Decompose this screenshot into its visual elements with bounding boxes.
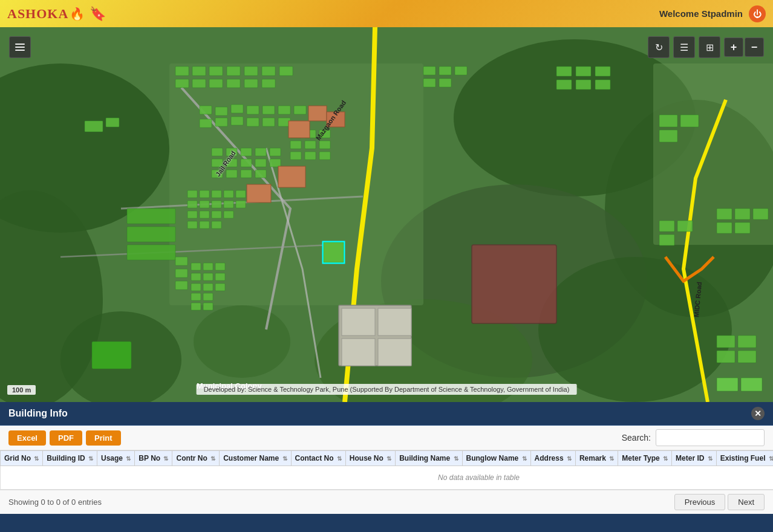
svg-rect-74	[127, 245, 175, 260]
column-header-remark[interactable]: Remark ⇅	[575, 451, 618, 466]
pdf-export-button[interactable]: PDF	[50, 430, 82, 446]
zoom-out-button[interactable]: −	[745, 37, 764, 57]
scale-text: 100 m	[12, 386, 31, 394]
svg-rect-129	[289, 121, 310, 138]
svg-rect-41	[231, 117, 243, 125]
svg-rect-96	[659, 221, 674, 232]
column-header-meter_type[interactable]: Meter Type ⇅	[618, 451, 672, 466]
svg-rect-73	[127, 227, 175, 242]
column-header-house_no[interactable]: House No ⇅	[345, 451, 395, 466]
svg-rect-28	[423, 79, 435, 87]
menu-button[interactable]: ☰	[673, 36, 695, 58]
svg-rect-62	[255, 170, 266, 178]
zoom-in-button[interactable]: +	[724, 37, 743, 57]
no-data-row: No data available in table	[1, 466, 774, 490]
svg-point-9	[194, 305, 290, 378]
svg-rect-20	[192, 79, 206, 88]
search-input[interactable]	[656, 429, 765, 446]
column-header-meter_id[interactable]: Meter ID ⇅	[672, 451, 717, 466]
svg-rect-33	[556, 80, 572, 89]
svg-rect-125	[175, 257, 188, 265]
svg-rect-139	[324, 242, 344, 262]
bookmark-icon[interactable]: 🔖	[90, 6, 106, 22]
svg-rect-77	[200, 190, 209, 198]
svg-rect-86	[188, 211, 197, 218]
data-table-wrapper[interactable]: Grid No ⇅Building ID ⇅Usage ⇅BP No ⇅Cont…	[0, 450, 773, 490]
search-area: Search:	[622, 429, 765, 446]
bottom-panel: Building Info ✕ Excel PDF Print Search: …	[0, 402, 773, 532]
layers-button[interactable]	[9, 36, 31, 58]
map-container[interactable]: Jail Road Mazgaon Road MIDC Road Municip…	[0, 27, 773, 402]
svg-rect-69	[290, 152, 301, 160]
svg-rect-35	[595, 80, 610, 89]
panel-header: Building Info ✕	[0, 402, 773, 426]
svg-rect-145	[15, 44, 25, 45]
svg-rect-23	[244, 79, 258, 88]
svg-rect-119	[191, 293, 201, 300]
column-header-bunglow_name[interactable]: Bunglow Name ⇅	[462, 451, 530, 466]
map-controls-top-right: ↻ ☰ ⊞ + −	[648, 36, 764, 58]
column-header-building_id[interactable]: Building ID ⇅	[43, 451, 97, 466]
power-button[interactable]: ⏻	[749, 5, 766, 22]
svg-rect-85	[236, 201, 246, 208]
column-header-existing_fuel[interactable]: Existing Fuel ⇅	[716, 451, 773, 466]
no-data-cell: No data available in table	[1, 466, 774, 490]
entries-info: Showing 0 to 0 of 0 entries	[8, 498, 102, 507]
panel-title: Building Info	[8, 408, 68, 419]
svg-rect-34	[576, 80, 591, 89]
column-header-contr_no[interactable]: Contr No ⇅	[172, 451, 220, 466]
pagination-controls: Previous Next	[674, 494, 765, 510]
svg-rect-71	[319, 152, 330, 160]
svg-rect-112	[215, 263, 225, 270]
refresh-button[interactable]: ↻	[648, 36, 670, 58]
svg-rect-95	[659, 130, 677, 142]
print-button[interactable]: Print	[86, 430, 121, 446]
header-left: ASHOKA 🔥 🔖	[7, 6, 106, 22]
svg-rect-67	[305, 141, 316, 149]
svg-rect-121	[191, 303, 201, 310]
map-canvas[interactable]: Jail Road Mazgaon Road MIDC Road Municip…	[0, 27, 773, 402]
svg-rect-107	[738, 351, 756, 363]
svg-rect-93	[659, 115, 677, 127]
svg-rect-105	[738, 336, 756, 348]
svg-rect-82	[200, 201, 209, 208]
close-panel-button[interactable]: ✕	[751, 407, 765, 420]
svg-rect-136	[342, 339, 375, 366]
column-header-address[interactable]: Address ⇅	[530, 451, 575, 466]
column-header-contact_no[interactable]: Contact No ⇅	[291, 451, 345, 466]
svg-rect-84	[224, 201, 233, 208]
svg-rect-29	[439, 79, 451, 87]
svg-rect-70	[305, 152, 316, 160]
previous-button[interactable]: Previous	[674, 494, 726, 510]
map-attribution: Developed by: Science & Technology Park,…	[197, 384, 577, 395]
next-button[interactable]: Next	[728, 494, 765, 510]
svg-rect-116	[191, 284, 201, 291]
excel-export-button[interactable]: Excel	[8, 430, 46, 446]
column-header-building_name[interactable]: Building Name ⇅	[396, 451, 462, 466]
svg-rect-58	[270, 159, 281, 167]
column-header-grid_no[interactable]: Grid No ⇅	[1, 451, 43, 466]
svg-rect-100	[735, 209, 750, 219]
column-header-bp_no[interactable]: BP No ⇅	[135, 451, 172, 466]
grid-button[interactable]: ⊞	[699, 36, 720, 58]
column-header-customer_name[interactable]: Customer Name ⇅	[220, 451, 291, 466]
svg-rect-130	[308, 106, 327, 121]
svg-rect-92	[212, 221, 221, 229]
svg-rect-68	[319, 141, 330, 149]
svg-rect-110	[191, 263, 201, 270]
svg-rect-80	[236, 190, 246, 198]
svg-rect-81	[188, 201, 197, 208]
panel-footer: Showing 0 to 0 of 0 entries Previous Nex…	[0, 490, 773, 514]
svg-rect-83	[212, 201, 221, 208]
table-header: Grid No ⇅Building ID ⇅Usage ⇅BP No ⇅Cont…	[1, 451, 774, 466]
svg-rect-113	[191, 273, 201, 281]
svg-rect-102	[717, 222, 732, 233]
svg-rect-38	[231, 105, 243, 113]
svg-rect-104	[717, 336, 735, 348]
column-header-usage[interactable]: Usage ⇅	[97, 451, 135, 466]
svg-rect-36	[200, 106, 212, 114]
svg-rect-44	[278, 106, 290, 114]
svg-rect-40	[215, 118, 227, 126]
svg-rect-47	[263, 118, 275, 126]
svg-rect-140	[472, 245, 556, 323]
